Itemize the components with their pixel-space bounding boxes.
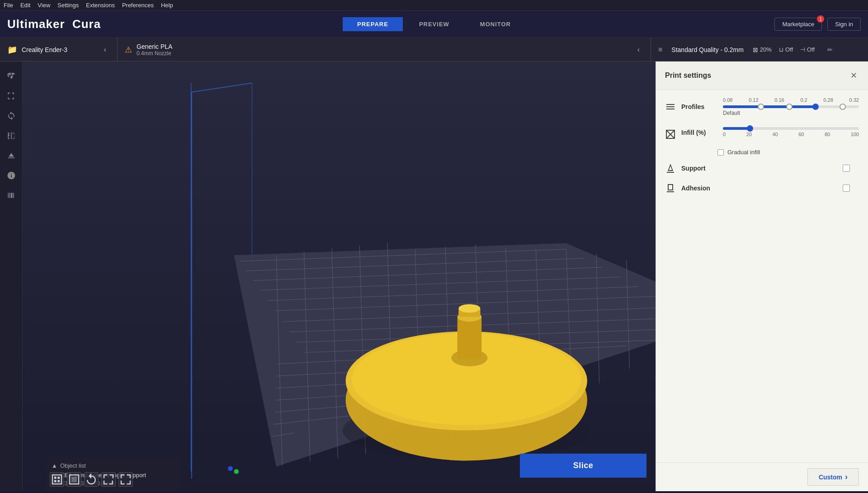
menu-edit[interactable]: Edit	[20, 2, 30, 9]
logo-part2: Cura	[72, 17, 101, 31]
view-reset-button[interactable]	[84, 472, 99, 487]
tool-scale[interactable]	[3, 88, 19, 104]
nav-prepare[interactable]: PREPARE	[343, 17, 403, 31]
profiles-row: Profiles 0.08 0.12 0.16 0.2 0.28 0.32	[665, 97, 859, 116]
support-row: Support	[665, 163, 859, 174]
main-content: ▲ Object list ✏ CE3_lamp base strength s…	[0, 62, 868, 491]
infill-value: 20%	[760, 46, 772, 53]
view-fit-button[interactable]	[101, 472, 116, 487]
infill-thumb[interactable]	[747, 125, 753, 132]
support-icon: ⊔	[779, 46, 783, 53]
menu-preferences[interactable]: Preferences	[122, 2, 154, 9]
infill-slider-track[interactable]	[723, 127, 859, 130]
logo-part1: Ultimaker	[7, 17, 65, 31]
left-sidebar	[0, 62, 23, 491]
settings-edit-icon[interactable]: ✏	[827, 46, 833, 53]
printer-nav-arrow[interactable]: ‹	[100, 44, 110, 56]
tool-support-blocker[interactable]	[3, 187, 19, 204]
tool-per-model-settings[interactable]	[3, 167, 19, 184]
viewport[interactable]: ▲ Object list ✏ CE3_lamp base strength s…	[23, 62, 868, 491]
tool-mirror[interactable]	[3, 128, 19, 144]
profiles-icon	[665, 101, 676, 112]
infill-ticks: 0 20 40 60 80 100	[723, 132, 859, 137]
support-checkbox[interactable]	[843, 165, 850, 172]
material-warning-icon: ⚠	[125, 45, 132, 55]
tool-rotate[interactable]	[3, 108, 19, 124]
view-tools	[50, 472, 133, 487]
menu-file[interactable]: File	[4, 2, 13, 9]
tick-028: 0.28	[823, 97, 833, 103]
nav-monitor[interactable]: MONITOR	[466, 17, 525, 31]
header-right: Marketplace 1 Sign in	[774, 18, 861, 31]
view-top-button[interactable]	[67, 472, 81, 487]
profile-thumb-active[interactable]	[812, 104, 819, 110]
adhesion-display: ⊣ Off	[800, 46, 815, 53]
profile-thumb-2[interactable]	[786, 104, 793, 110]
tool-move[interactable]	[3, 68, 19, 84]
custom-button[interactable]: Custom ›	[807, 468, 859, 486]
close-settings-button[interactable]: ✕	[849, 69, 859, 82]
infill-tick-100: 100	[851, 132, 859, 137]
marketplace-label: Marketplace	[782, 21, 814, 28]
profile-ticks: 0.08 0.12 0.16 0.2 0.28 0.32	[723, 97, 859, 103]
menu-help[interactable]: Help	[161, 2, 173, 9]
tick-016: 0.16	[774, 97, 784, 103]
signin-button[interactable]: Sign in	[827, 18, 861, 31]
menu-view[interactable]: View	[38, 2, 50, 9]
svg-rect-46	[458, 317, 481, 359]
gradual-infill-checkbox[interactable]	[717, 149, 724, 156]
tool-lay-flat[interactable]	[3, 147, 19, 164]
print-settings-panel: Print settings ✕ Profiles 0.08 0.12 0.16	[656, 62, 868, 491]
settings-content: Profiles 0.08 0.12 0.16 0.2 0.28 0.32	[656, 90, 868, 462]
adhesion-icon: ⊣	[800, 46, 805, 53]
svg-point-50	[458, 304, 480, 313]
tick-012: 0.12	[749, 97, 758, 103]
support-value: Off	[785, 46, 793, 53]
printer-section[interactable]: 📁 Creality Ender-3 ‹	[0, 38, 118, 61]
folder-icon: 📁	[7, 45, 17, 55]
slice-button[interactable]: Slice	[520, 454, 646, 478]
printer-name: Creality Ender-3	[22, 46, 67, 53]
infill-content: 0 20 40 60 80 100	[723, 127, 859, 137]
slice-button-container: Slice	[520, 454, 646, 478]
material-nozzle: 0.4mm Nozzle	[137, 50, 172, 57]
app-logo: Ultimaker Cura	[7, 17, 101, 31]
profile-slider-track[interactable]	[723, 105, 859, 108]
material-nav-arrow[interactable]: ‹	[634, 44, 643, 56]
print-settings-title: Print settings	[665, 71, 711, 80]
view-perspective-button[interactable]	[50, 472, 64, 487]
support-display: ⊔ Off	[779, 46, 793, 53]
custom-label: Custom	[819, 474, 842, 481]
menu-settings[interactable]: Settings	[57, 2, 79, 9]
view-zoom-button[interactable]	[118, 472, 133, 487]
profile-default: Default	[723, 110, 859, 116]
profile-thumb-1[interactable]	[758, 104, 764, 110]
profiles-label: Profiles	[681, 103, 717, 110]
adhesion-value: Off	[807, 46, 815, 53]
svg-rect-54	[71, 477, 77, 483]
infill-tick-80: 80	[825, 132, 830, 137]
marketplace-button[interactable]: Marketplace 1	[774, 18, 822, 31]
menu-extensions[interactable]: Extensions	[86, 2, 115, 9]
profiles-content: 0.08 0.12 0.16 0.2 0.28 0.32	[723, 97, 859, 116]
infill-grid-icon: ⊠	[753, 46, 758, 53]
nav-buttons: PREPARE PREVIEW MONITOR	[343, 17, 525, 31]
nav-preview[interactable]: PREVIEW	[405, 17, 464, 31]
material-section[interactable]: ⚠ Generic PLA 0.4mm Nozzle ‹	[118, 38, 651, 61]
infill-slider-fill	[723, 127, 750, 130]
infill-tick-40: 40	[772, 132, 778, 137]
infill-label: Infill (%)	[681, 129, 717, 136]
custom-arrow-icon: ›	[845, 472, 848, 482]
tick-008: 0.08	[723, 97, 732, 103]
object-list-header[interactable]: ▲ Object list	[52, 462, 175, 469]
marketplace-badge: 1	[817, 15, 824, 23]
profile-thumb-4[interactable]	[840, 104, 846, 110]
tick-032: 0.32	[849, 97, 859, 103]
infill-row: Infill (%) 0 20 40 60 80 100	[665, 127, 859, 140]
gradual-infill-label: Gradual infill	[727, 149, 760, 156]
adhesion-row: Adhesion	[665, 183, 859, 194]
material-name: Generic PLA	[137, 43, 172, 50]
gradual-infill-row[interactable]: Gradual infill	[717, 149, 859, 156]
adhesion-checkbox[interactable]	[843, 185, 850, 192]
quality-section[interactable]: ≡ Standard Quality - 0.2mm ⊠ 20% ⊔ Off ⊣…	[651, 38, 868, 61]
